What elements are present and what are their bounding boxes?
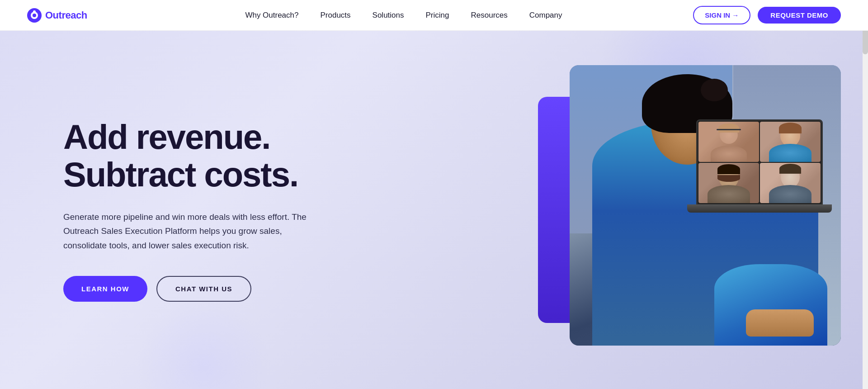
video-cell-4 (760, 163, 821, 203)
laptop-base (687, 204, 832, 213)
nav-links: Why Outreach? Products Solutions Pricing… (114, 11, 693, 20)
svg-point-2 (33, 14, 36, 17)
chat-with-us-button[interactable]: CHAT WITH US (156, 276, 251, 302)
video-cell-2 (760, 122, 821, 162)
hero-buttons: LEARN HOW CHAT WITH US (63, 276, 326, 302)
nav-link-resources[interactable]: Resources (471, 11, 507, 20)
scrollbar[interactable] (863, 0, 868, 389)
nav-link-solutions[interactable]: Solutions (373, 11, 404, 20)
nav-link-products[interactable]: Products (320, 11, 350, 20)
logo-link[interactable]: Outreach (27, 8, 87, 23)
hero-headline: Add revenue. Subtract costs. (63, 118, 326, 194)
hero-photo-frame (570, 65, 841, 346)
navbar: Outreach Why Outreach? Products Solution… (0, 0, 868, 31)
person-hair-bun (701, 79, 728, 101)
video-cell-3 (698, 163, 759, 203)
svg-point-3 (33, 10, 36, 13)
nav-actions: SIGN IN → REQUEST DEMO (693, 6, 841, 24)
hero-image-area (552, 65, 841, 355)
hero-headline-line1: Add revenue. (63, 118, 270, 156)
photo-scene (570, 65, 841, 346)
laptop-screen (696, 119, 823, 205)
hero-content: Add revenue. Subtract costs. Generate mo… (63, 118, 326, 302)
hero-headline-line2: Subtract costs. (63, 155, 298, 194)
nav-link-company[interactable]: Company (529, 11, 562, 20)
nav-link-why-outreach[interactable]: Why Outreach? (245, 11, 298, 20)
video-cell-1 (698, 122, 759, 162)
learn-how-button[interactable]: LEARN HOW (63, 276, 147, 302)
outreach-logo-icon (27, 8, 42, 23)
logo-text: Outreach (45, 9, 87, 21)
sign-in-button[interactable]: SIGN IN → (693, 6, 750, 24)
video-grid (698, 121, 821, 204)
nav-link-pricing[interactable]: Pricing (426, 11, 449, 20)
hero-section: Add revenue. Subtract costs. Generate mo… (0, 31, 868, 389)
hero-subtext: Generate more pipeline and win more deal… (63, 210, 326, 252)
bg-decoration-2 (136, 299, 271, 389)
person-hand (746, 309, 814, 337)
request-demo-button[interactable]: REQUEST DEMO (758, 7, 841, 24)
